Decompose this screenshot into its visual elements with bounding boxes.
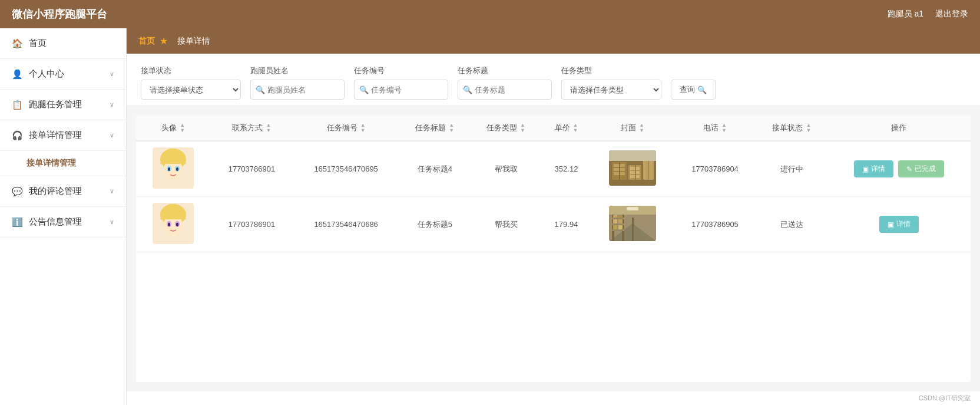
personal-icon: 👤 [12,69,23,80]
cell-avatar-2 [136,197,210,252]
filter-group-task-title: 任务标题 🔍 [458,65,552,100]
cell-task-title-1: 任务标题4 [399,141,471,197]
col-task-title: 任务标题▲▼ [399,116,471,141]
sidebar-item-comment-mgmt[interactable]: 💬 我的评论管理 ∨ [0,176,126,207]
breadcrumb-current: 接单详情 [177,36,210,47]
filter-status-label: 接单状态 [141,65,241,76]
done-button-1[interactable]: ✎ 已完成 [898,160,944,177]
filter-task-no-label: 任务编号 [354,65,448,76]
detail-icon-2: ▣ [888,220,894,229]
cell-accept-status-1: 进行中 [756,141,827,197]
filter-status-select[interactable]: 请选择接单状态 [141,80,241,100]
sidebar-item-personal-label: 个人中心 [29,68,64,80]
task-mgmt-icon: 📋 [12,100,23,110]
sidebar-item-personal[interactable]: 👤 个人中心 ∨ [0,59,126,90]
avatar-image-1 [153,147,194,189]
filter-group-runner: 跑腿员姓名 🔍 [250,65,345,100]
svg-rect-34 [612,223,624,225]
svg-rect-33 [612,218,624,219]
logout-link[interactable]: 退出登录 [935,9,968,19]
sidebar-item-accept-detail-sub[interactable]: 接单详情管理 [0,151,126,176]
sidebar-item-comment-label: 我的评论管理 [29,186,82,197]
sidebar-item-accept-detail-mgmt[interactable]: 🎧 接单详情管理 ∨ [0,120,126,151]
filter-row: 接单状态 请选择接单状态 跑腿员姓名 🔍 任务编号 🔍 [141,65,966,100]
filter-group-task-no: 任务编号 🔍 [354,65,448,100]
sidebar-item-task-label: 跑腿任务管理 [29,99,82,110]
action-cell-2: ▣ 详情 [833,216,965,233]
filter-task-title-wrap: 🔍 [458,80,552,100]
cover-image-2 [609,206,656,241]
filter-group-status: 接单状态 请选择接单状态 [141,65,241,100]
query-button[interactable]: 查询 🔍 [671,80,716,100]
filter-task-title-input[interactable] [475,85,574,94]
col-phone: 电话▲▼ [674,116,756,141]
cell-action-2: ▣ 详情 [827,197,971,252]
cell-cover-2 [591,197,674,252]
cell-price-2: 179.94 [541,197,591,252]
col-accept-status: 接单状态▲▼ [756,116,827,141]
cell-phone-1: 17703786904 [674,141,756,197]
filter-task-type-select[interactable]: 请选择任务类型 [561,80,661,100]
col-contact: 联系方式▲▼ [210,116,293,141]
filter-section: 接单状态 请选择接单状态 跑腿员姓名 🔍 任务编号 🔍 [127,54,980,106]
chevron-down-icon: ∨ [110,70,114,78]
cell-contact-1: 17703786901 [210,141,293,197]
breadcrumb-home[interactable]: 首页 [138,36,155,47]
avatar-image-2 [153,203,194,244]
sidebar-item-home[interactable]: 🏠 首页 [0,28,126,59]
sidebar: 🏠 首页 👤 个人中心 ∨ 📋 跑腿任务管理 ∨ 🎧 接单详情管理 ∨ [0,28,127,405]
search-icon-task-title: 🔍 [463,85,472,94]
cell-task-title-2: 任务标题5 [399,197,471,252]
filter-task-title-label: 任务标题 [458,65,552,76]
col-cover: 封面▲▼ [591,116,674,141]
col-task-no: 任务编号▲▼ [293,116,399,141]
sidebar-item-task-mgmt[interactable]: 📋 跑腿任务管理 ∨ [0,90,126,120]
sidebar-item-notice-mgmt[interactable]: ℹ️ 公告信息管理 ∨ [0,207,126,238]
cell-price-1: 352.12 [541,141,591,197]
col-price: 单价▲▼ [541,116,591,141]
accept-detail-icon: 🎧 [12,130,23,141]
sidebar-item-accept-detail-label: 接单详情管理 [29,130,82,141]
filter-task-no-wrap: 🔍 [354,80,448,100]
comment-mgmt-icon: 💬 [12,186,23,197]
col-action: 操作 [827,116,971,141]
table-section: 头像▲▼ 联系方式▲▼ 任务编号▲▼ 任务标题▲▼ 任务类型▲▼ [136,116,971,382]
table-row: 17703786901 165173546470695 任务标题4 帮我取 35… [136,141,971,197]
sort-icon-task-title: ▲▼ [449,123,454,133]
svg-rect-41 [618,225,623,229]
credit-text: CSDN @IT研究室 [919,394,971,401]
action-cell-1: ▣ 详情 ✎ 已完成 [833,160,965,177]
svg-rect-42 [627,207,638,210]
done-icon-1: ✎ [906,165,912,173]
cell-cover-1 [591,141,674,197]
svg-rect-39 [618,219,623,223]
detail-button-2[interactable]: ▣ 详情 [879,216,919,233]
query-btn-label: 查询 [680,84,695,95]
table-row: 17703786901 165173546470686 任务标题5 帮我买 17… [136,197,971,252]
table-header-row: 头像▲▼ 联系方式▲▼ 任务编号▲▼ 任务标题▲▼ 任务类型▲▼ [136,116,971,141]
filter-task-no-input[interactable] [371,85,470,94]
main-layout: 🏠 首页 👤 个人中心 ∨ 📋 跑腿任务管理 ∨ 🎧 接单详情管理 ∨ [0,28,980,405]
svg-point-26 [168,223,170,226]
detail-button-1[interactable]: ▣ 详情 [854,160,893,177]
sort-icon-accept-status: ▲▼ [806,123,811,133]
cell-action-1: ▣ 详情 ✎ 已完成 [827,141,971,197]
cover-image-1 [609,150,656,186]
app-title: 微信小程序跑腿平台 [12,7,107,21]
filter-group-task-type: 任务类型 请选择任务类型 [561,65,661,100]
home-icon: 🏠 [12,38,23,49]
cell-task-no-2: 165173546470686 [293,197,399,252]
filter-runner-label: 跑腿员姓名 [250,65,345,76]
filter-runner-input[interactable] [267,85,366,94]
cell-contact-2: 17703786901 [210,197,293,252]
current-user: 跑腿员 a1 [888,9,923,19]
svg-rect-37 [618,215,623,218]
content-area: 首页 ★ 接单详情 接单状态 请选择接单状态 跑腿员姓名 🔍 [127,28,980,405]
col-avatar: 头像▲▼ [136,116,210,141]
search-icon-runner: 🔍 [256,85,265,94]
data-table: 头像▲▼ 联系方式▲▼ 任务编号▲▼ 任务标题▲▼ 任务类型▲▼ [136,116,971,252]
breadcrumb-bar: 首页 ★ 接单详情 [127,28,980,54]
sidebar-sub-item-label: 接单详情管理 [27,158,76,167]
sort-icon-contact: ▲▼ [266,123,271,133]
filter-task-type-label: 任务类型 [561,65,661,76]
